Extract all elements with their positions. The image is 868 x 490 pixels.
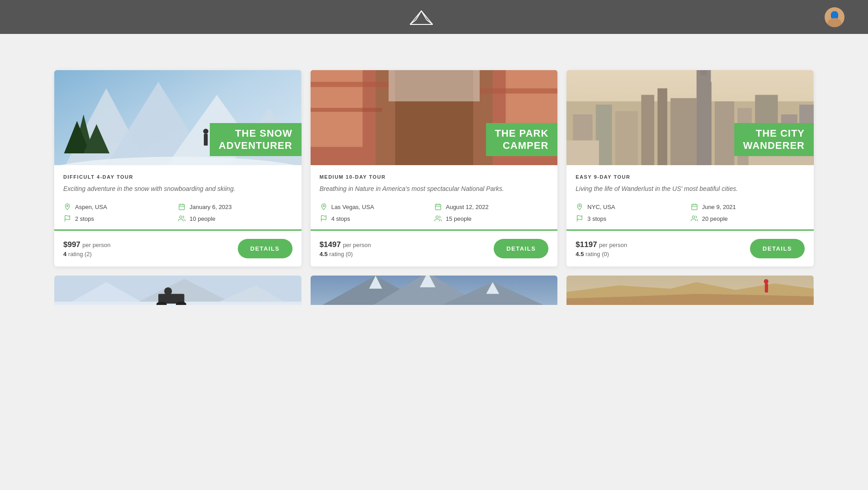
svg-rect-36 [388, 70, 479, 101]
card-footer: $1197 per person 4.5 rating (0) DETAILS [566, 231, 814, 266]
svg-line-2 [421, 11, 427, 20]
card-image-wrapper: THE CITY WANDERER [566, 70, 814, 165]
rating-label: rating (0) [329, 251, 353, 257]
calendar-icon [434, 203, 442, 211]
card-people: 20 people [690, 214, 805, 223]
svg-point-77 [164, 287, 172, 295]
rating-value: 4.5 [576, 251, 584, 257]
card-image-wrapper: THE SNOW ADVENTURER [54, 70, 302, 165]
svg-rect-65 [692, 205, 697, 210]
card-title-line1: THE SNOW [219, 128, 292, 139]
price-per: per person [82, 242, 110, 248]
card-footer: $1497 per person 4.5 rating (0) DETAILS [311, 231, 558, 266]
rating-label: rating (0) [585, 251, 609, 257]
card-description: Exciting adventure in the snow with snow… [63, 184, 292, 194]
stops-text: 4 stops [331, 215, 350, 222]
card-title: THE PARK CAMPER [486, 123, 558, 156]
location-text: NYC, USA [587, 204, 615, 210]
navbar [0, 0, 868, 34]
details-button[interactable]: DETAILS [750, 239, 805, 258]
svg-rect-15 [204, 134, 208, 146]
logo [408, 7, 435, 27]
card-title-line2: CAMPER [495, 140, 549, 152]
tour-card-city-wanderer: THE CITY WANDERER EASY 9-DAY TOUR Living… [566, 70, 814, 266]
people-icon [178, 214, 186, 223]
rating-display: 4.5 rating (0) [576, 251, 627, 257]
bottom-card-2 [566, 276, 814, 305]
rating-label: rating (2) [68, 251, 92, 257]
location-icon [320, 203, 328, 211]
card-pricing: $1497 per person 4.5 rating (0) [320, 240, 371, 257]
card-difficulty: MEDIUM 10-DAY TOUR [320, 174, 549, 180]
card-title-line1: THE PARK [495, 128, 549, 139]
card-body: EASY 9-DAY TOUR Living the life of Wande… [566, 165, 814, 231]
details-button[interactable]: DETAILS [494, 239, 548, 258]
rating-value: 4 [63, 251, 66, 257]
card-location: Aspen, USA [63, 203, 178, 211]
date-text: January 6, 2023 [189, 204, 231, 210]
card-meta: Las Vegas, USA August 12, 2022 4 stops 1… [320, 203, 549, 223]
card-location: NYC, USA [576, 203, 690, 211]
card-people: 15 people [434, 214, 548, 223]
card-date: August 12, 2022 [434, 203, 548, 211]
people-icon [434, 214, 442, 223]
svg-point-16 [203, 128, 208, 134]
card-stops: 2 stops [63, 214, 178, 223]
card-title: THE CITY WANDERER [734, 123, 814, 156]
svg-point-64 [579, 205, 580, 206]
svg-point-17 [66, 205, 68, 206]
price-display: $1197 per person [576, 240, 627, 249]
rating-display: 4.5 rating (0) [320, 251, 371, 257]
location-text: Aspen, USA [75, 204, 107, 210]
card-stops: 4 stops [320, 214, 434, 223]
card-difficulty: EASY 9-DAY TOUR [576, 174, 805, 180]
bottom-cards-row [54, 276, 814, 305]
price-per: per person [343, 242, 371, 248]
location-icon [576, 203, 584, 211]
card-title-line2: WANDERER [743, 140, 805, 152]
rating-display: 4 rating (2) [63, 251, 110, 257]
user-profile[interactable] [825, 7, 850, 27]
card-title-line1: THE CITY [743, 128, 805, 139]
svg-point-92 [764, 279, 769, 284]
card-meta: NYC, USA June 9, 2021 3 stops 20 people [576, 203, 805, 223]
svg-point-23 [180, 216, 182, 218]
price-display: $1497 per person [320, 240, 371, 249]
location-text: Las Vegas, USA [331, 204, 374, 210]
price-value: $997 [63, 240, 80, 249]
card-body: DIFFICULT 4-DAY TOUR Exciting adventure … [54, 165, 302, 231]
bottom-card-0 [54, 276, 302, 305]
card-footer: $997 per person 4 rating (2) DETAILS [54, 231, 302, 266]
main-content: THE SNOW ADVENTURER DIFFICULT 4-DAY TOUR… [0, 34, 868, 323]
stops-text: 3 stops [587, 215, 606, 222]
card-pricing: $997 per person 4 rating (2) [63, 240, 110, 257]
svg-rect-33 [311, 82, 389, 87]
flag-icon [576, 214, 584, 223]
card-people: 10 people [178, 214, 292, 223]
svg-point-43 [436, 216, 438, 218]
flag-icon [63, 214, 71, 223]
rating-value: 4.5 [320, 251, 328, 257]
card-description: Breathing in Nature in America's most sp… [320, 184, 549, 194]
details-button[interactable]: DETAILS [238, 239, 292, 258]
card-title-line2: ADVENTURER [219, 140, 292, 152]
card-meta: Aspen, USA January 6, 2023 2 stops 10 pe… [63, 203, 292, 223]
svg-line-1 [416, 11, 421, 20]
card-location: Las Vegas, USA [320, 203, 434, 211]
tour-card-snow-adventurer: THE SNOW ADVENTURER DIFFICULT 4-DAY TOUR… [54, 70, 302, 266]
people-icon [690, 214, 698, 223]
people-text: 15 people [446, 215, 472, 222]
price-value: $1197 [576, 240, 597, 249]
card-pricing: $1197 per person 4.5 rating (0) [576, 240, 627, 257]
calendar-icon [690, 203, 698, 211]
svg-rect-38 [435, 205, 441, 210]
price-per: per person [599, 242, 627, 248]
card-difficulty: DIFFICULT 4-DAY TOUR [63, 174, 292, 180]
calendar-icon [178, 203, 186, 211]
flag-icon [320, 214, 328, 223]
stops-text: 2 stops [75, 215, 94, 222]
tours-grid: THE SNOW ADVENTURER DIFFICULT 4-DAY TOUR… [54, 70, 814, 266]
svg-point-37 [323, 205, 324, 206]
price-display: $997 per person [63, 240, 110, 249]
bottom-card-1 [311, 276, 558, 305]
